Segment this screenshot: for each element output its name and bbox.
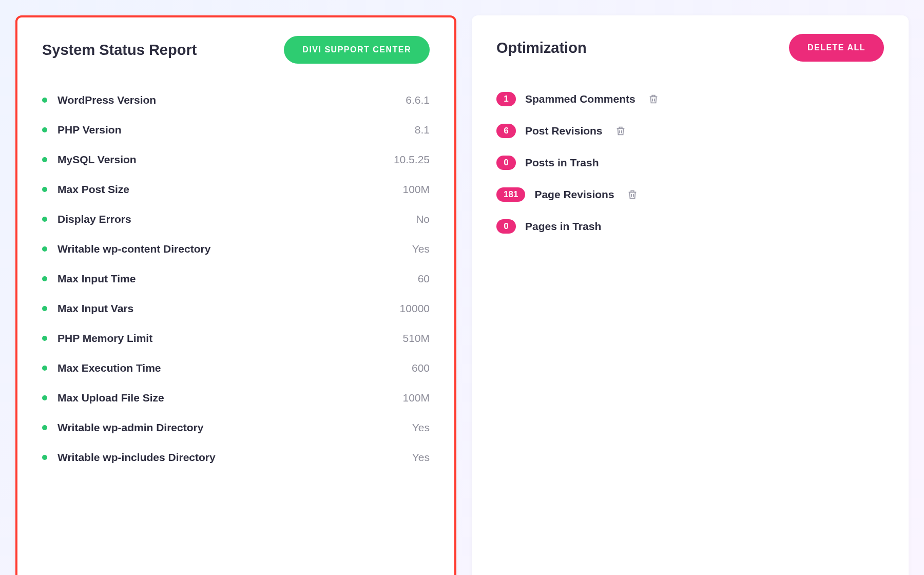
status-row: WordPress Version 6.6.1 (42, 85, 430, 115)
status-label: Max Post Size (57, 183, 402, 196)
status-value: 8.1 (415, 124, 430, 136)
trash-icon[interactable] (615, 125, 626, 137)
status-value: 600 (412, 362, 430, 374)
optimization-label: Posts in Trash (525, 157, 599, 169)
count-badge: 6 (496, 124, 516, 138)
status-row: PHP Version 8.1 (42, 115, 430, 145)
status-row: Max Input Vars 10000 (42, 294, 430, 323)
status-ok-icon (42, 276, 47, 281)
status-row: MySQL Version 10.5.25 (42, 145, 430, 175)
optimization-label: Post Revisions (525, 125, 603, 137)
status-row: Display Errors No (42, 204, 430, 234)
status-value: Yes (412, 243, 430, 255)
status-label: WordPress Version (57, 94, 406, 106)
status-ok-icon (42, 157, 47, 162)
optimization-panel: Optimization DELETE ALL 1 Spammed Commen… (472, 15, 909, 575)
status-label: Max Execution Time (57, 362, 412, 374)
status-value: 100M (402, 392, 430, 404)
optimization-label: Spammed Comments (525, 93, 636, 105)
optimization-row: 0 Posts in Trash (496, 147, 884, 179)
status-value: No (416, 213, 430, 225)
status-value: 10000 (400, 302, 430, 315)
status-row: Max Post Size 100M (42, 175, 430, 204)
status-row: Max Input Time 60 (42, 264, 430, 294)
status-label: Max Upload File Size (57, 392, 402, 404)
system-status-list: WordPress Version 6.6.1 PHP Version 8.1 … (17, 85, 454, 472)
status-label: MySQL Version (57, 154, 394, 166)
optimization-header: Optimization DELETE ALL (472, 15, 909, 83)
optimization-label: Pages in Trash (525, 220, 601, 233)
status-ok-icon (42, 336, 47, 341)
count-badge: 1 (496, 92, 516, 106)
status-ok-icon (42, 455, 47, 460)
status-label: Writable wp-admin Directory (57, 421, 412, 434)
status-row: Writable wp-content Directory Yes (42, 234, 430, 264)
system-status-title: System Status Report (42, 42, 197, 59)
trash-icon[interactable] (627, 189, 638, 200)
status-ok-icon (42, 306, 47, 311)
status-ok-icon (42, 395, 47, 400)
status-value: Yes (412, 451, 430, 464)
optimization-row: 1 Spammed Comments (496, 83, 884, 115)
status-row: Max Execution Time 600 (42, 353, 430, 383)
count-badge: 0 (496, 219, 516, 234)
status-ok-icon (42, 127, 47, 132)
status-ok-icon (42, 217, 47, 222)
status-row: Writable wp-admin Directory Yes (42, 413, 430, 443)
status-ok-icon (42, 187, 47, 192)
status-value: 10.5.25 (394, 154, 430, 166)
optimization-row: 0 Pages in Trash (496, 210, 884, 242)
optimization-row: 6 Post Revisions (496, 115, 884, 147)
optimization-label: Page Revisions (534, 188, 614, 201)
status-ok-icon (42, 246, 47, 252)
status-value: 100M (402, 183, 430, 196)
system-status-header: System Status Report DIVI SUPPORT CENTER (17, 17, 454, 85)
status-label: PHP Version (57, 124, 415, 136)
status-label: Writable wp-includes Directory (57, 451, 412, 464)
delete-all-button[interactable]: DELETE ALL (789, 34, 884, 62)
status-ok-icon (42, 98, 47, 103)
optimization-title: Optimization (496, 40, 587, 56)
status-value: 60 (418, 273, 430, 285)
status-row: Writable wp-includes Directory Yes (42, 443, 430, 472)
status-row: Max Upload File Size 100M (42, 383, 430, 413)
status-row: PHP Memory Limit 510M (42, 323, 430, 353)
status-value: Yes (412, 421, 430, 434)
status-label: Display Errors (57, 213, 416, 225)
optimization-row: 181 Page Revisions (496, 179, 884, 210)
count-badge: 181 (496, 187, 525, 202)
system-status-panel: System Status Report DIVI SUPPORT CENTER… (15, 15, 456, 575)
status-value: 6.6.1 (406, 94, 430, 106)
status-ok-icon (42, 366, 47, 371)
optimization-list: 1 Spammed Comments 6 Post Revisions 0 Po… (472, 83, 909, 242)
status-label: Writable wp-content Directory (57, 243, 412, 255)
status-ok-icon (42, 425, 47, 430)
status-value: 510M (402, 332, 430, 344)
status-label: Max Input Time (57, 273, 418, 285)
status-label: PHP Memory Limit (57, 332, 402, 344)
trash-icon[interactable] (648, 93, 659, 105)
status-label: Max Input Vars (57, 302, 400, 315)
divi-support-center-button[interactable]: DIVI SUPPORT CENTER (284, 36, 430, 64)
count-badge: 0 (496, 156, 516, 170)
